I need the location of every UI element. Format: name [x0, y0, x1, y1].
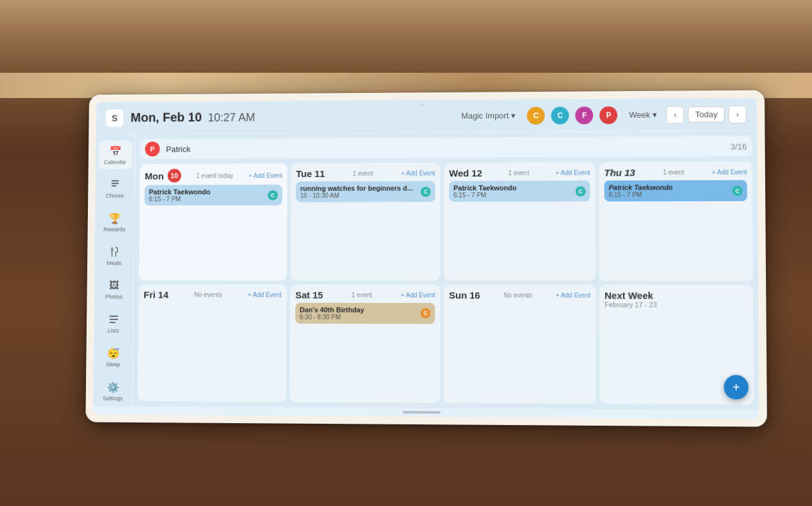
day-name-tue: Tue 11 [296, 168, 325, 179]
event-count-fri: No events [194, 291, 222, 298]
sidebar-item-rewards[interactable]: 🏆 Rewards [98, 207, 132, 236]
today-badge: 10 [168, 169, 181, 183]
event-title-tue-1: running watches for beginners d... [300, 184, 413, 192]
add-event-fri[interactable]: + Add Event [248, 291, 282, 298]
calendar-day-wed: Wed 12 1 event + Add Event Patrick Taekw… [444, 162, 596, 280]
event-title-thu-1: Patrick Taekwondo [608, 183, 672, 191]
sidebar-label-settings: Settings [102, 395, 123, 402]
event-badge-sat-1: C [421, 308, 431, 318]
next-week-dates: February 17 - 23 [605, 300, 657, 308]
user-filter-bar: P Patrick 3/16 [140, 136, 752, 159]
calendar-area: P Patrick 3/16 Mon 10 1 event today [133, 131, 760, 410]
day-header-next-week: Next Week February 17 - 23 [605, 290, 748, 309]
event-badge-mon-1: C [268, 190, 278, 200]
add-event-thu[interactable]: + Add Event [712, 169, 747, 176]
magic-import-button[interactable]: Magic Import ▾ [456, 108, 520, 123]
rewards-icon: 🏆 [108, 211, 121, 225]
event-count-tue: 1 event [353, 170, 374, 177]
main-content: 📅 Calendar Chores 🏆 Rewards [93, 131, 759, 410]
event-time-wed-1: 6:15 - 7 PM [453, 192, 517, 199]
day-header-fri: Fri 14 No events + Add Event [144, 289, 281, 300]
event-card-tue-1[interactable]: running watches for beginners d... 10 - … [296, 181, 435, 202]
calendar-grid: Mon 10 1 event today + Add Event Patrick… [138, 161, 754, 404]
device-screen: S Mon, Feb 10 10:27 AM Magic Import ▾ C … [93, 98, 759, 419]
add-event-mon[interactable]: + Add Event [249, 172, 282, 179]
user-count: 3/16 [730, 142, 747, 151]
avatar-f[interactable]: F [575, 106, 593, 124]
svg-rect-3 [109, 316, 118, 317]
sidebar-label-sleep: Sleep [106, 361, 120, 367]
sidebar-item-calendar[interactable]: 📅 Calendar [99, 140, 132, 169]
next-week-button[interactable]: › [729, 105, 747, 123]
chores-icon [108, 178, 122, 192]
app-logo: S [106, 109, 123, 127]
lists-icon [107, 312, 121, 326]
avatar-c2[interactable]: C [551, 106, 569, 124]
week-selector[interactable]: Week ▾ [624, 108, 663, 122]
day-header-wed: Wed 12 1 event + Add Event [449, 167, 590, 178]
sidebar-label-calendar: Calendar [104, 159, 126, 165]
sleep-icon: 😴 [106, 346, 120, 360]
camera-icon [421, 104, 423, 106]
add-event-sat[interactable]: + Add Event [401, 291, 435, 298]
sidebar-item-chores[interactable]: Chores [98, 174, 132, 202]
calendar-day-sun: Sun 16 No events + Add Event [444, 285, 596, 404]
date-display: Mon, Feb 10 [130, 110, 202, 125]
event-time-thu-1: 6:15 - 7 PM [609, 191, 673, 198]
event-card-thu-1[interactable]: Patrick Taekwondo 6:15 - 7 PM C [604, 180, 747, 202]
sidebar-label-rewards: Rewards [104, 226, 126, 233]
sidebar-item-settings[interactable]: ⚙️ Settings [96, 376, 130, 405]
day-name-sun: Sun 16 [449, 290, 480, 300]
add-event-sun[interactable]: + Add Event [556, 292, 591, 299]
day-name-date-thu: Thu 13 [604, 167, 635, 178]
event-time-sat-1: 6:30 - 8:30 PM [300, 313, 364, 320]
sidebar-item-lists[interactable]: Lists [97, 309, 130, 338]
event-count-mon: 1 event today [196, 172, 233, 179]
sidebar-item-meals[interactable]: Meals [97, 241, 131, 269]
settings-icon: ⚙️ [106, 380, 120, 394]
avatar-p[interactable]: P [600, 106, 617, 124]
add-event-wed[interactable]: + Add Event [555, 169, 590, 176]
prev-week-button[interactable]: ‹ [666, 106, 684, 123]
event-count-sat: 1 event [352, 291, 372, 298]
day-name-thu: Thu 13 [604, 167, 635, 178]
sidebar-item-sleep[interactable]: 😴 Sleep [96, 342, 130, 371]
calendar-day-thu: Thu 13 1 event + Add Event Patrick Taekw… [599, 161, 753, 281]
time-display: 10:27 AM [208, 111, 255, 125]
day-name-date-mon: Mon 10 [145, 169, 181, 183]
event-time-mon-1: 6:15 - 7 PM [149, 195, 210, 202]
date-time: Mon, Feb 10 10:27 AM [130, 110, 255, 125]
home-indicator [402, 411, 440, 414]
svg-rect-1 [111, 183, 119, 184]
chevron-down-icon: ▾ [511, 111, 515, 120]
svg-rect-0 [111, 180, 119, 182]
device-frame: S Mon, Feb 10 10:27 AM Magic Import ▾ C … [85, 90, 767, 427]
svg-rect-2 [111, 185, 116, 187]
event-badge-wed-1: C [575, 186, 586, 196]
event-card-mon-1[interactable]: Patrick Taekwondo 6:15 - 7 PM C [145, 185, 283, 206]
event-time-tue-1: 10 - 10:30 AM [300, 192, 413, 199]
avatar-c1[interactable]: C [527, 106, 545, 124]
user-avatar[interactable]: P [145, 142, 160, 157]
event-card-wed-1[interactable]: Patrick Taekwondo 6:15 - 7 PM C [449, 180, 590, 202]
sidebar-label-photos: Photos [105, 293, 122, 300]
calendar-day-fri: Fri 14 No events + Add Event [138, 284, 287, 402]
event-badge-tue-1: C [421, 187, 431, 197]
day-header-sat: Sat 15 1 event + Add Event [295, 289, 435, 300]
event-card-sat-1[interactable]: Dan's 40th Birthday 6:30 - 8:30 PM C [295, 302, 435, 324]
day-name-sat: Sat 15 [295, 289, 323, 300]
today-button[interactable]: Today [688, 106, 725, 122]
event-title-sat-1: Dan's 40th Birthday [300, 305, 364, 313]
sidebar-item-photos[interactable]: 🖼 Photos [97, 275, 130, 304]
add-event-fab[interactable]: + [723, 375, 748, 400]
add-event-tue[interactable]: + Add Event [401, 170, 435, 176]
day-header-sun: Sun 16 No events + Add Event [449, 290, 591, 300]
calendar-day-mon: Mon 10 1 event today + Add Event Patrick… [139, 163, 288, 280]
chevron-down-icon: ▾ [653, 110, 657, 120]
top-bar-right: Magic Import ▾ C C F P Week ▾ ‹ Today › [456, 105, 746, 125]
event-count-thu: 1 event [663, 169, 684, 176]
top-bar: S Mon, Feb 10 10:27 AM Magic Import ▾ C … [96, 98, 757, 135]
sidebar-label-chores: Chores [106, 193, 123, 199]
week-nav: Week ▾ ‹ Today › [624, 105, 747, 123]
sidebar: 📅 Calendar Chores 🏆 Rewards [93, 134, 135, 406]
